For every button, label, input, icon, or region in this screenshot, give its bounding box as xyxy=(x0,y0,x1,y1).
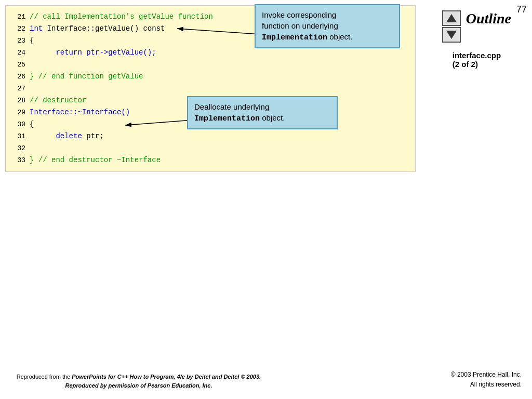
code-text-21: // call Implementation's getValue functi… xyxy=(30,11,213,22)
line-num-28: 28 xyxy=(11,95,25,107)
footer-left-bold: PowerPoints for C++ How to Program, 4/e … xyxy=(65,374,261,389)
code-line-27: 27 xyxy=(11,83,410,95)
line-num-21: 21 xyxy=(11,11,25,23)
outline-title: Outline xyxy=(466,10,511,27)
code-line-24: 24 return ptr->getValue(); xyxy=(11,47,410,59)
tooltip2-line1: Deallocate underlying xyxy=(194,102,269,111)
code-text-24: return ptr->getValue(); xyxy=(30,47,156,58)
footer-right: © 2003 Prentice Hall, Inc. All rights re… xyxy=(451,370,522,390)
code-text-26: } // end function getValue xyxy=(30,71,143,82)
arrow-up-icon xyxy=(446,14,457,22)
line-num-33: 33 xyxy=(11,155,25,166)
line-num-31: 31 xyxy=(11,131,25,142)
line-num-25: 25 xyxy=(11,59,25,71)
footer-left-prefix: Reproduced from the xyxy=(17,374,72,380)
code-line-26: 26 } // end function getValue xyxy=(11,71,410,83)
code-text-28: // destructor xyxy=(30,95,86,106)
code-text-33: } // end destructor ~Interface xyxy=(30,154,161,166)
code-line-33: 33 } // end destructor ~Interface xyxy=(11,154,410,166)
line-num-29: 29 xyxy=(11,107,25,118)
footer-left: Reproduced from the PowerPoints for C++ … xyxy=(5,373,272,390)
code-text-27 xyxy=(30,83,34,94)
tooltip1-code: Implementation xyxy=(262,33,327,42)
code-line-32: 32 xyxy=(11,142,410,154)
slide-number: 77 xyxy=(516,4,527,15)
outline-filename: interface.cpp xyxy=(453,51,501,60)
code-text-23: { xyxy=(30,35,34,46)
footer-right-line2: All rights reserved. xyxy=(451,380,522,390)
line-num-24: 24 xyxy=(11,47,25,59)
tooltip-deallocate: Deallocate underlying Implementation obj… xyxy=(187,96,338,129)
code-line-25: 25 xyxy=(11,59,410,71)
tooltip1-line3: object. xyxy=(327,32,352,41)
code-text-31a: delete xyxy=(30,130,82,142)
line-num-26: 26 xyxy=(11,71,25,83)
code-text-32 xyxy=(30,142,34,154)
tooltip1-line1: Invoke corresponding xyxy=(262,10,336,19)
outline-page-info: (2 of 2) xyxy=(453,60,501,69)
code-text-22a: int xyxy=(30,23,47,34)
footer-right-line1: © 2003 Prentice Hall, Inc. xyxy=(451,370,522,380)
arrow-down-icon xyxy=(446,31,457,39)
line-num-32: 32 xyxy=(11,143,25,154)
code-text-29: Interface::~Interface() xyxy=(30,107,130,118)
code-line-31: 31 delete ptr; xyxy=(11,130,410,142)
line-num-23: 23 xyxy=(11,35,25,47)
tooltip2-line2: object. xyxy=(260,113,285,122)
outline-panel: Outline interface.cpp (2 of 2) xyxy=(442,10,511,69)
nav-down-button[interactable] xyxy=(442,27,461,43)
nav-up-button[interactable] xyxy=(442,10,461,26)
line-num-27: 27 xyxy=(11,83,25,95)
line-num-30: 30 xyxy=(11,119,25,130)
code-text-22b: Interface::getValue() const xyxy=(47,23,165,34)
outline-info: interface.cpp (2 of 2) xyxy=(453,51,501,69)
code-text-25 xyxy=(30,59,34,70)
tooltip2-code: Implementation xyxy=(194,114,260,123)
code-text-30: { xyxy=(30,118,34,130)
line-num-22: 22 xyxy=(11,23,25,35)
tooltip-invoke: Invoke corresponding function on underly… xyxy=(255,4,400,48)
outline-navigation xyxy=(442,10,461,43)
tooltip1-line2: function on underlying xyxy=(262,21,338,30)
code-text-31b: ptr; xyxy=(82,130,104,142)
